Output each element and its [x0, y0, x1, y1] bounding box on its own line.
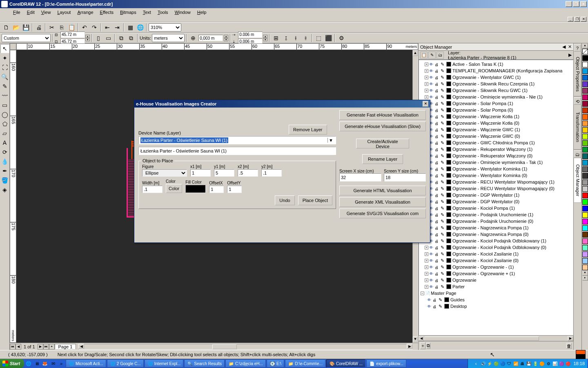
color-swatch-icon[interactable]	[446, 166, 451, 171]
print-icon[interactable]	[435, 212, 440, 218]
color-swatch[interactable]	[582, 212, 588, 218]
layer-row[interactable]: +Ogrzewanie - Wentylator GWC (1)	[420, 74, 572, 81]
redo-button[interactable]: ↷	[90, 23, 99, 32]
delete-layer-button[interactable]: 🗑	[566, 343, 572, 349]
print-icon[interactable]	[435, 265, 440, 270]
color-swatch[interactable]	[582, 225, 588, 231]
eye-icon[interactable]	[429, 68, 434, 74]
menu-text[interactable]: Text	[140, 9, 154, 16]
portrait-button[interactable]: ▯	[94, 34, 103, 43]
pencil-icon[interactable]	[439, 304, 444, 309]
pencil-icon[interactable]	[441, 140, 446, 146]
taskbar-item[interactable]: 📁C:\zdjęcia eH...	[225, 359, 266, 368]
print-icon[interactable]	[435, 101, 440, 106]
print-icon[interactable]	[435, 81, 440, 87]
pencil-icon[interactable]	[441, 94, 446, 100]
print-icon[interactable]	[435, 75, 440, 80]
layer-row[interactable]: +Ogrzewanie - Włączenie Kotła (0)	[420, 120, 572, 126]
color-swatch[interactable]	[582, 94, 588, 100]
color-swatch-icon[interactable]	[446, 225, 451, 230]
color-swatch[interactable]	[582, 232, 588, 238]
offsety-input[interactable]	[227, 186, 242, 193]
layer-row[interactable]: +Ogrzewanie - Wentylator Kominka (0)	[420, 172, 572, 179]
color-swatch[interactable]	[582, 134, 588, 139]
y1-input[interactable]	[214, 169, 234, 177]
page-mode-a-button[interactable]: ⧉	[117, 34, 126, 43]
pencil-icon[interactable]	[441, 251, 446, 257]
color-swatch-icon[interactable]	[446, 173, 451, 178]
mdi-restore-button[interactable]: ❐	[574, 17, 580, 22]
menu-tools[interactable]: Tools	[154, 9, 172, 16]
pencil-icon[interactable]	[441, 68, 446, 74]
print-icon[interactable]	[433, 297, 438, 303]
pencil-icon[interactable]	[441, 153, 446, 159]
create-activate-button[interactable]: Create/Activate Device	[356, 139, 409, 148]
pencil-icon[interactable]	[441, 127, 446, 132]
edit-layers-button[interactable]: ✎	[428, 52, 436, 59]
tray-icon[interactable]: ⚙	[546, 361, 551, 366]
docker-collapse-button[interactable]: ◀	[562, 44, 566, 49]
transformation-tab-icon[interactable]: ⟲	[574, 97, 581, 105]
save-button[interactable]: 💾	[21, 23, 30, 32]
taskbar-item[interactable]: 🌐Microsoft Acti...	[66, 359, 106, 368]
layer-row[interactable]: +Ogrzewanie - Siłownik Recu Czerpnia (1)	[420, 81, 572, 87]
eye-icon[interactable]	[429, 245, 434, 250]
generate-xml-button[interactable]: Generate XML Visualisation	[339, 197, 426, 207]
print-icon[interactable]	[435, 160, 440, 165]
color-swatch[interactable]	[582, 173, 588, 179]
layer-row[interactable]: +Ogrzewanie - GWC Chłodnica Pompa (1)	[420, 139, 572, 146]
color-swatch[interactable]	[582, 193, 588, 198]
tray-icon[interactable]: 🛡	[506, 361, 512, 366]
layer-row[interactable]: +Ogrzewanie - Kocioł Pompa (1)	[420, 205, 572, 211]
color-swatch[interactable]	[582, 238, 588, 244]
print-icon[interactable]	[435, 88, 440, 93]
color-swatch[interactable]	[582, 199, 588, 205]
tree-expand-icon[interactable]: +	[425, 278, 428, 282]
layer-row[interactable]: Guides	[420, 296, 572, 303]
color-swatch[interactable]	[582, 121, 588, 126]
layer-row[interactable]: Desktop	[420, 303, 572, 310]
eye-icon[interactable]	[429, 75, 434, 80]
print-icon[interactable]	[435, 114, 440, 119]
tree-expand-icon[interactable]: +	[425, 95, 428, 99]
quick-launch-more[interactable]: »	[58, 360, 65, 367]
object-properties-tab[interactable]: Object Properties	[574, 52, 581, 96]
color-swatch-icon[interactable]	[446, 160, 451, 165]
shape-tool[interactable]: ✦	[0, 54, 9, 63]
color-swatch-icon[interactable]	[446, 127, 451, 132]
pencil-icon[interactable]	[441, 147, 446, 152]
next-page-button[interactable]: ▶	[38, 344, 43, 350]
pencil-icon[interactable]	[441, 206, 446, 211]
eye-icon[interactable]	[429, 62, 434, 67]
pencil-icon[interactable]	[441, 212, 446, 218]
color-swatch-icon[interactable]	[446, 140, 451, 145]
color-swatch-icon[interactable]	[446, 258, 451, 263]
pencil-icon[interactable]	[441, 75, 446, 80]
tray-icon[interactable]: 🔴	[565, 361, 571, 366]
layer-row[interactable]: +Ogrzewanie - Rekuperator Włączony (1)	[420, 146, 572, 153]
generate-slow-button[interactable]: Generate eHouse Visualisation (Slow)	[339, 121, 426, 131]
color-swatch-icon[interactable]	[446, 121, 451, 126]
pencil-icon[interactable]	[441, 114, 446, 119]
color-swatch-icon[interactable]	[446, 134, 451, 139]
eye-icon[interactable]	[429, 88, 434, 93]
pencil-icon[interactable]	[441, 219, 446, 224]
color-swatch[interactable]	[582, 88, 588, 94]
freehand-tool[interactable]: ✎	[0, 82, 9, 91]
device-name-combo[interactable]: Łazienka Parter - Oświetlenie Sauna Wł (…	[138, 136, 336, 144]
nudge-input[interactable]	[198, 35, 223, 41]
place-object-button[interactable]: Place Object	[298, 195, 332, 205]
print-icon[interactable]	[435, 271, 440, 276]
print-icon[interactable]	[435, 147, 440, 152]
object-manager-tab-icon[interactable]: 🗂	[574, 150, 581, 158]
docker-menu-button[interactable]: ▶	[568, 52, 572, 58]
new-master-layer-button[interactable]: ⧉	[426, 343, 430, 349]
vertical-ruler[interactable]: meters160165170175180	[10, 50, 16, 343]
layer-row[interactable]: +Ogrzewanie - Podajnik Uruchomienie (0)	[420, 218, 572, 224]
taskbar-item[interactable]: 🔍Search Results	[184, 359, 225, 368]
color-swatch-icon[interactable]	[446, 153, 451, 158]
first-page-button[interactable]: ⏮	[10, 344, 16, 350]
layer-row[interactable]: +Ogrzewanie - Włączenie GWC (0)	[420, 133, 572, 139]
eye-icon[interactable]	[427, 297, 432, 303]
tree-expand-icon[interactable]: +	[425, 82, 428, 86]
